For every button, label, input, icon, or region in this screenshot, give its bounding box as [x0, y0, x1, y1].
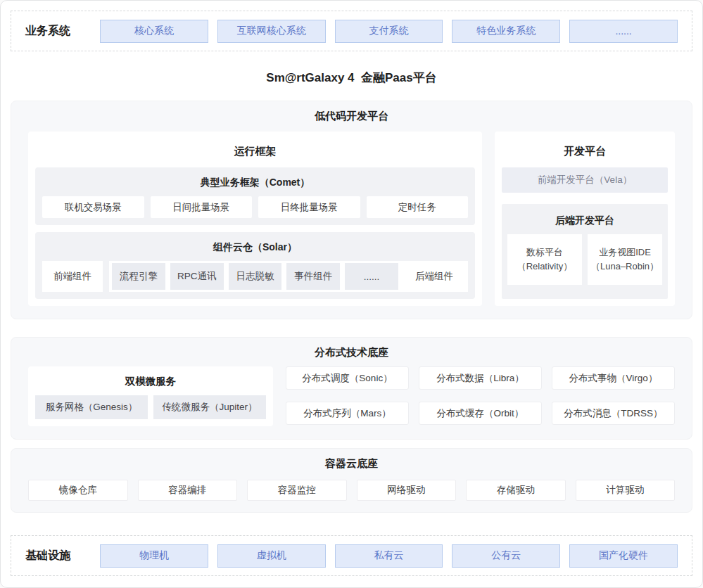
image-registry-button[interactable]: 镜像仓库 — [28, 480, 128, 501]
traditional-microservices-chip[interactable]: 传统微服务（Jupiter） — [153, 395, 266, 419]
private-cloud-button[interactable]: 私有云 — [335, 544, 443, 568]
log-masking-chip[interactable]: 日志脱敏 — [229, 263, 282, 290]
dual-mode-microservices-title: 双模微服务 — [35, 372, 266, 395]
distributed-cache-button[interactable]: 分布式缓存（Orbit） — [419, 402, 542, 425]
infrastructure-row: 基础设施 物理机 虚拟机 私有云 公有云 国产化硬件 — [11, 535, 692, 576]
distributed-transaction-button[interactable]: 分布式事物（Virgo） — [552, 366, 675, 390]
component-strip: 流程引擎 RPC通讯 日志脱敏 事件组件 ...... 后端组件 — [109, 261, 468, 292]
business-view-ide-name: 业务视图IDE — [599, 245, 651, 260]
distributed-scheduling-button[interactable]: 分布式调度（Sonic） — [286, 366, 409, 390]
business-systems-label: 业务系统 — [25, 24, 93, 39]
distributed-base-title: 分布式技术底座 — [28, 346, 675, 359]
distributed-data-button[interactable]: 分布式数据（Libra） — [419, 366, 542, 390]
lowcode-platform-section: 低代码开发平台 运行框架 典型业务框架（Comet） 联机交易场景 日间批量场景… — [11, 101, 692, 319]
container-cloud-items: 镜像仓库 容器编排 容器监控 网络驱动 存储驱动 计算驱动 — [28, 480, 675, 501]
distributed-sequence-button[interactable]: 分布式序列（Mars） — [286, 402, 409, 425]
daytime-batch-button[interactable]: 日间批量场景 — [151, 196, 253, 218]
dev-platform-card: 开发平台 前端开发平台（Vela） 后端开发平台 数标平台 （Relativit… — [495, 132, 675, 306]
service-mesh-chip[interactable]: 服务网格（Genesis） — [35, 395, 148, 419]
payment-system-button[interactable]: 支付系统 — [335, 20, 443, 43]
container-cloud-title: 容器云底座 — [28, 457, 675, 471]
infrastructure-buttons: 物理机 虚拟机 私有云 公有云 国产化硬件 — [100, 544, 678, 568]
component-cloud-warehouse-card: 组件云仓（Solar） 前端组件 流程引擎 RPC通讯 日志脱敏 事件组件 ..… — [35, 232, 475, 299]
runtime-framework-title: 运行框架 — [35, 139, 475, 167]
business-view-ide-button[interactable]: 业务视图IDE （Luna–Robin） — [588, 234, 662, 285]
container-monitoring-button[interactable]: 容器监控 — [247, 480, 347, 501]
container-cloud-section: 容器云底座 镜像仓库 容器编排 容器监控 网络驱动 存储驱动 计算驱动 — [11, 448, 692, 513]
component-cloud-warehouse-items: 前端组件 流程引擎 RPC通讯 日志脱敏 事件组件 ...... 后端组件 — [42, 261, 468, 292]
architecture-diagram-page: 业务系统 核心系统 互联网核心系统 支付系统 特色业务系统 ...... Sm@… — [0, 0, 703, 588]
backend-dev-platform-items: 数标平台 （Relativity） 业务视图IDE （Luna–Robin） — [507, 234, 662, 285]
component-cloud-warehouse-title: 组件云仓（Solar） — [42, 238, 468, 261]
backend-dev-platform-title: 后端开发平台 — [507, 210, 662, 234]
infrastructure-label: 基础设施 — [25, 549, 93, 563]
scheduled-task-button[interactable]: 定时任务 — [367, 196, 469, 218]
data-standard-platform-name: 数标平台 — [526, 245, 563, 260]
backend-component-label: 后端组件 — [403, 270, 465, 283]
runtime-framework-card: 运行框架 典型业务框架（Comet） 联机交易场景 日间批量场景 日终批量场景 … — [28, 132, 482, 306]
business-view-ide-codename: （Luna–Robin） — [591, 260, 659, 274]
internet-core-system-button[interactable]: 互联网核心系统 — [217, 20, 326, 43]
data-standard-platform-codename: （Relativity） — [517, 260, 573, 274]
dual-mode-microservices-card: 双模微服务 服务网格（Genesis） 传统微服务（Jupiter） — [28, 366, 273, 426]
frontend-dev-platform-button[interactable]: 前端开发平台（Vela） — [502, 167, 668, 193]
distributed-body: 双模微服务 服务网格（Genesis） 传统微服务（Jupiter） 分布式调度… — [28, 366, 675, 426]
container-orchestration-button[interactable]: 容器编排 — [138, 480, 238, 501]
lowcode-body: 运行框架 典型业务框架（Comet） 联机交易场景 日间批量场景 日终批量场景 … — [28, 132, 675, 306]
typical-business-framework-title: 典型业务框架（Comet） — [42, 173, 468, 196]
data-standard-platform-button[interactable]: 数标平台 （Relativity） — [507, 234, 582, 285]
online-transaction-button[interactable]: 联机交易场景 — [42, 196, 144, 218]
compute-driver-button[interactable]: 计算驱动 — [576, 480, 676, 501]
public-cloud-button[interactable]: 公有云 — [452, 544, 560, 568]
more-systems-button[interactable]: ...... — [569, 20, 678, 43]
business-systems-row: 业务系统 核心系统 互联网核心系统 支付系统 特色业务系统 ...... — [11, 11, 692, 51]
dev-platform-title: 开发平台 — [502, 139, 668, 167]
storage-driver-button[interactable]: 存储驱动 — [466, 480, 566, 501]
typical-business-framework-items: 联机交易场景 日间批量场景 日终批量场景 定时任务 — [42, 196, 468, 218]
distributed-message-button[interactable]: 分布式消息（TDRSS） — [552, 402, 675, 425]
physical-machine-button[interactable]: 物理机 — [100, 544, 208, 568]
backend-dev-platform-box: 后端开发平台 数标平台 （Relativity） 业务视图IDE （Luna–R… — [502, 204, 668, 299]
frontend-component-button[interactable]: 前端组件 — [42, 261, 103, 292]
distributed-grid: 分布式调度（Sonic） 分布式数据（Libra） 分布式事物（Virgo） 分… — [286, 366, 675, 426]
typical-business-framework-card: 典型业务框架（Comet） 联机交易场景 日间批量场景 日终批量场景 定时任务 — [35, 167, 475, 225]
more-components-chip[interactable]: ...... — [345, 263, 398, 290]
domestic-hardware-button[interactable]: 国产化硬件 — [569, 544, 678, 568]
network-driver-button[interactable]: 网络驱动 — [357, 480, 457, 501]
page-title: Sm@rtGalaxy 4 金融Paas平台 — [1, 70, 702, 86]
event-component-chip[interactable]: 事件组件 — [286, 263, 340, 290]
lowcode-platform-title: 低代码开发平台 — [28, 110, 675, 123]
business-systems-buttons: 核心系统 互联网核心系统 支付系统 特色业务系统 ...... — [100, 20, 678, 43]
rpc-communication-chip[interactable]: RPC通讯 — [170, 263, 224, 290]
process-engine-chip[interactable]: 流程引擎 — [112, 263, 165, 290]
special-business-system-button[interactable]: 特色业务系统 — [452, 20, 560, 43]
distributed-base-section: 分布式技术底座 双模微服务 服务网格（Genesis） 传统微服务（Jupite… — [11, 337, 692, 440]
virtual-machine-button[interactable]: 虚拟机 — [217, 544, 326, 568]
core-system-button[interactable]: 核心系统 — [100, 20, 208, 43]
dual-mode-microservices-items: 服务网格（Genesis） 传统微服务（Jupiter） — [35, 395, 266, 419]
endofday-batch-button[interactable]: 日终批量场景 — [258, 196, 360, 218]
